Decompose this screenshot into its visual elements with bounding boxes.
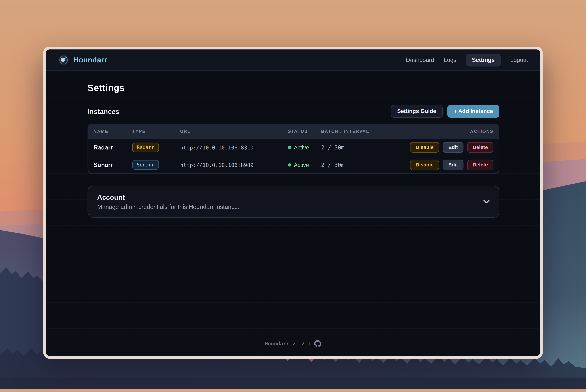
nav-dashboard[interactable]: Dashboard xyxy=(406,56,434,63)
nav-logs[interactable]: Logs xyxy=(444,56,456,63)
col-name: NAME xyxy=(93,129,132,134)
row-actions: Disable Edit Delete xyxy=(410,160,493,170)
status-label: Active xyxy=(294,144,309,151)
instances-table: NAME TYPE URL STATUS BATCH / INTERVAL AC… xyxy=(87,124,499,174)
account-description: Manage admin credentials for this Hounda… xyxy=(97,204,239,210)
brand[interactable]: Houndarr xyxy=(58,54,107,65)
type-badge-sonarr: Sonarr xyxy=(132,160,159,170)
instances-heading: Instances xyxy=(87,107,119,115)
app-title: Houndarr xyxy=(73,56,107,64)
page-title: Settings xyxy=(87,83,499,93)
account-title: Account xyxy=(97,193,239,201)
instances-section-header: Instances Settings Guide + Add Instance xyxy=(87,105,499,118)
nav-logout[interactable]: Logout xyxy=(510,56,528,63)
row-actions: Disable Edit Delete xyxy=(410,142,493,153)
account-section[interactable]: Account Manage admin credentials for thi… xyxy=(87,186,499,218)
batch-interval: 2 / 30m xyxy=(321,144,410,151)
settings-guide-button[interactable]: Settings Guide xyxy=(391,105,443,118)
status-dot xyxy=(288,146,291,149)
delete-button[interactable]: Delete xyxy=(467,160,493,170)
app-window: Houndarr Dashboard Logs Settings Logout … xyxy=(43,47,543,358)
account-text: Account Manage admin credentials for thi… xyxy=(97,193,239,210)
col-url: URL xyxy=(180,129,288,134)
app-footer: Houndarr v1.2.1 xyxy=(46,330,540,356)
instance-name: Sonarr xyxy=(93,162,132,168)
instance-url: http://10.0.10.106:8310 xyxy=(180,144,288,151)
status-cell: Active xyxy=(288,162,321,168)
edit-button[interactable]: Edit xyxy=(443,160,463,170)
disable-button[interactable]: Disable xyxy=(410,142,439,153)
edit-button[interactable]: Edit xyxy=(443,142,463,153)
col-batch-interval: BATCH / INTERVAL xyxy=(321,129,470,134)
instances-actions: Settings Guide + Add Instance xyxy=(391,105,499,118)
desktop: Houndarr Dashboard Logs Settings Logout … xyxy=(0,4,586,388)
chevron-down-icon[interactable] xyxy=(483,200,490,204)
instance-name: Radarr xyxy=(93,144,132,151)
table-header-row: NAME TYPE URL STATUS BATCH / INTERVAL AC… xyxy=(88,124,499,138)
houndarr-logo-icon xyxy=(58,54,69,65)
github-icon[interactable] xyxy=(314,340,321,347)
batch-interval: 2 / 30m xyxy=(321,162,410,168)
col-status: STATUS xyxy=(288,129,321,134)
disable-button[interactable]: Disable xyxy=(410,160,439,170)
table-row-radarr: Radarr Radarr http://10.0.10.106:8310 Ac… xyxy=(88,138,499,156)
status-dot xyxy=(288,163,291,166)
status-label: Active xyxy=(294,162,309,168)
app-header: Houndarr Dashboard Logs Settings Logout xyxy=(46,50,540,71)
instance-url: http://10.0.10.106:8989 xyxy=(180,162,288,168)
table-row-sonarr: Sonarr Sonarr http://10.0.10.106:8989 Ac… xyxy=(88,156,499,174)
nav-settings[interactable]: Settings xyxy=(466,53,501,66)
delete-button[interactable]: Delete xyxy=(467,142,493,153)
status-cell: Active xyxy=(288,144,321,151)
main-content: Settings Instances Settings Guide + Add … xyxy=(46,71,540,330)
col-type: TYPE xyxy=(132,129,180,134)
main-nav: Dashboard Logs Settings Logout xyxy=(406,53,528,66)
col-actions: ACTIONS xyxy=(470,129,493,134)
add-instance-button[interactable]: + Add Instance xyxy=(447,105,499,118)
type-badge-radarr: Radarr xyxy=(132,142,159,152)
version-label: Houndarr v1.2.1 xyxy=(265,340,311,346)
